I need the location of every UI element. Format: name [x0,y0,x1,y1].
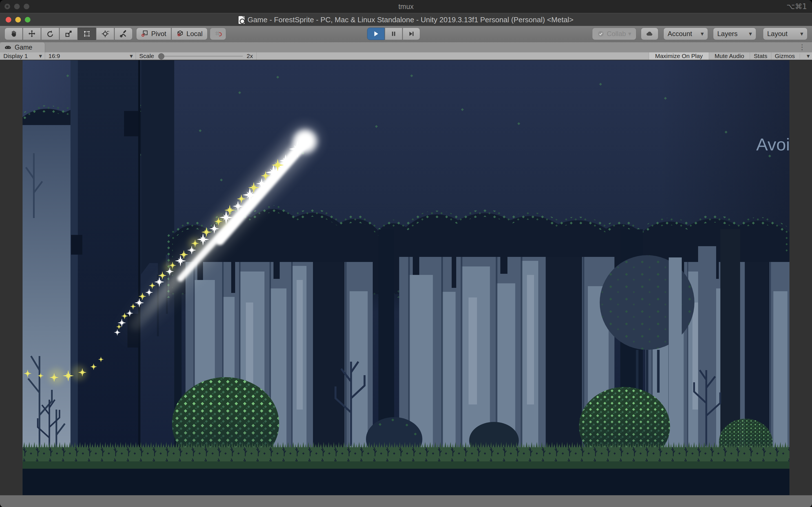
unity-titlebar[interactable]: Game - ForestSprite - PC, Mac & Linux St… [0,13,812,26]
cloud-icon [646,30,654,38]
gamepad-icon [4,43,12,51]
chevron-down-icon: ▼ [800,32,803,36]
gizmos-dropdown[interactable]: Gizmos ▼ [771,52,812,60]
screen: tmux ⌥⌘1 Game - ForestSprite - PC, Mac &… [0,0,812,507]
divider [800,54,800,59]
layout-label: Layout [767,30,788,38]
layers-dropdown[interactable]: Layers ▼ [713,27,756,40]
aspect-ratio-dropdown[interactable]: 16:9 ▼ [45,52,136,60]
forest-scene [22,60,790,495]
local-label: Local [186,30,202,38]
transform-icon [101,30,109,38]
step-icon [407,30,415,38]
display-dropdown[interactable]: Display 1 ▼ [0,52,45,60]
grass-strip [22,441,790,469]
play-button[interactable] [367,27,385,40]
rotate-icon [46,30,54,38]
scale-slider-knob[interactable] [158,53,164,59]
collab-label: Collab [607,30,626,38]
window-title-text: Game - ForestSprite - PC, Mac & Linux St… [248,15,573,24]
account-dropdown[interactable]: Account ▼ [663,27,708,40]
chevron-down-icon: ▼ [701,32,704,36]
game-render[interactable]: Avoid [22,60,790,495]
panel-tab-strip: Game ⋮ [0,42,812,53]
rect-tool-button[interactable] [78,27,96,40]
maximize-on-play-label: Maximize On Play [655,53,703,59]
unity-main-toolbar: Pivot Local Collab ▼ Account ▼ [0,26,812,43]
layers-label: Layers [717,30,738,38]
tmux-shortcut-hint: ⌥⌘1 [786,0,807,13]
unity-document-icon [239,16,245,24]
pause-icon [390,30,398,38]
scale-value: 2x [247,53,253,59]
rect-tool-icon [83,30,91,38]
mute-audio-toggle[interactable]: Mute Audio [709,52,750,60]
hand-tool-button[interactable] [4,27,22,40]
display-label: Display 1 [0,53,28,59]
maximize-on-play-toggle[interactable]: Maximize On Play [649,52,709,60]
panel-menu-icon[interactable]: ⋮ [799,42,806,52]
mute-audio-label: Mute Audio [714,53,744,59]
pivot-label: Pivot [151,30,166,38]
tab-game[interactable]: Game [0,42,45,52]
local-icon [176,30,184,38]
scale-label: Scale [136,53,154,59]
chevron-down-icon: ▼ [749,32,752,36]
tab-game-label: Game [15,44,33,51]
grid-snap-button[interactable] [210,27,226,40]
transform-tool-button[interactable] [96,27,114,40]
move-tool-button[interactable] [23,27,41,40]
chevron-down-icon: ▼ [807,54,810,58]
account-label: Account [668,30,692,38]
game-hud-text: Avoid [756,135,790,154]
chevron-down-icon: ▼ [39,54,42,58]
scale-tool-button[interactable] [59,27,78,40]
local-toggle-button[interactable]: Local [171,27,207,40]
window-title: Game - ForestSprite - PC, Mac & Linux St… [0,13,812,26]
window-bottom-bar [0,495,812,507]
aspect-label: 16:9 [45,53,60,59]
game-viewport: Avoid [0,60,812,495]
tmux-title: tmux [0,0,812,13]
rotate-tool-button[interactable] [41,27,59,40]
tmux-titlebar: tmux ⌥⌘1 [0,0,812,13]
custom-tool-button[interactable] [114,27,133,40]
chevron-down-icon: ▼ [130,54,133,58]
cloud-button[interactable] [641,27,658,40]
layout-dropdown[interactable]: Layout ▼ [763,27,808,40]
chevron-down-icon: ▼ [628,32,631,36]
hand-icon [9,30,18,38]
step-button[interactable] [403,27,420,40]
ground [22,469,790,495]
pivot-toggle-button[interactable]: Pivot [136,27,171,40]
gizmos-label: Gizmos [771,53,795,59]
stats-toggle[interactable]: Stats [750,52,771,60]
scale-icon [64,30,73,38]
play-icon [372,30,380,38]
collab-check-icon [597,30,605,38]
wrench-pencil-icon [119,30,128,38]
scale-slider[interactable] [158,56,243,57]
scale-slider-group: Scale 2x [136,52,257,60]
pivot-icon [141,30,149,38]
left-light-trunk [22,125,70,495]
move-icon [28,30,36,38]
collab-button[interactable]: Collab ▼ [592,27,637,40]
stats-label: Stats [754,53,767,59]
grid-snap-icon [214,30,222,38]
pause-button[interactable] [385,27,402,40]
game-view-controls: Display 1 ▼ 16:9 ▼ Scale 2x Maximize On … [0,52,812,60]
